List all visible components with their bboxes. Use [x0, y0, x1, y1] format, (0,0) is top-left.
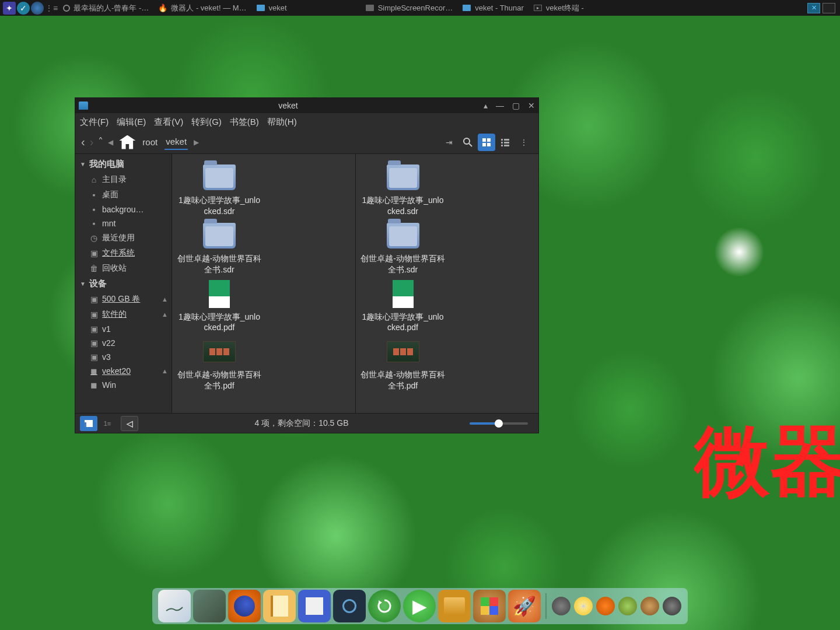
view-menu-button[interactable]: ⋮ — [515, 134, 533, 151]
tray-icon-app[interactable]: ✦ — [3, 2, 16, 15]
sidebar-item-desktop[interactable]: ▪桌面 — [75, 187, 172, 202]
taskbar-item-thunar[interactable]: veket - Thunar — [459, 2, 527, 15]
svg-marker-14 — [379, 600, 382, 605]
menu-edit[interactable]: 编辑(E) — [117, 117, 146, 128]
toolbar: ‹ › ˄ ◀ root veket ▶ ⇥ ⋮ — [75, 131, 538, 154]
right-pane[interactable]: 1趣味心理学故事_unlocked.sdr 创世卓越-动物世界百科全书.sdr … — [356, 154, 539, 413]
folder-icon: ▪ — [89, 190, 99, 200]
disk-icon: ▣ — [89, 310, 99, 319]
nav-back-button[interactable]: ‹ — [81, 135, 85, 149]
svg-rect-10 — [501, 145, 503, 146]
left-pane[interactable]: 1趣味心理学故事_unlocked.sdr 创世卓越-动物世界百科全书.sdr … — [172, 154, 356, 413]
chevron-right-icon[interactable]: ▶ — [194, 138, 199, 146]
dock-item-desktop[interactable] — [158, 590, 191, 622]
view-list-button[interactable] — [496, 134, 514, 151]
tray-icon-check[interactable]: ✓ — [17, 2, 30, 15]
window-menu-button[interactable]: ▴ — [484, 101, 488, 110]
taskbar-item-recorder[interactable]: SimpleScreenRecor… — [362, 2, 457, 15]
sidebar-section-devices[interactable]: 设备 — [75, 276, 172, 292]
taskbar-item-terminal[interactable]: ▸ veket终端 - — [530, 2, 587, 15]
file-label: 创世卓越-动物世界百科全书.sdr — [177, 253, 262, 275]
sidebar-item-v3[interactable]: ▣v3 — [75, 350, 172, 364]
sidebar-item-win[interactable]: ◼Win — [75, 378, 172, 392]
taskbar-item-browser[interactable]: 🔥 微器人 - veket! — M… — [155, 2, 250, 15]
recorder-icon — [365, 4, 374, 13]
file-item-folder[interactable]: 创世卓越-动物世界百科全书.sdr — [360, 222, 446, 275]
sidebar-item-mnt[interactable]: ▪mnt — [75, 216, 172, 230]
nav-up-button[interactable]: ˄ — [98, 135, 103, 149]
file-item-pdf[interactable]: 1趣味心理学故事_unlocked.pdf — [360, 280, 446, 334]
dock-small-4[interactable] — [663, 597, 681, 615]
maximize-button[interactable]: ▢ — [512, 101, 520, 110]
dock-small-1[interactable] — [552, 597, 570, 615]
search-button[interactable] — [459, 134, 477, 151]
sd-icon: ◼ — [89, 380, 99, 390]
tray-icon-globe[interactable] — [31, 2, 44, 15]
file-item-folder[interactable]: 1趣味心理学故事_unlocked.sdr — [360, 163, 446, 217]
menu-help[interactable]: 帮助(H) — [267, 117, 297, 128]
dock-small-2[interactable] — [618, 597, 637, 615]
dock-item-tools[interactable] — [333, 590, 366, 622]
dock-item-folder[interactable] — [438, 590, 471, 622]
sidebar-item-trash[interactable]: 🗑回收站 — [75, 261, 172, 276]
sidebar-item-volume-500gb[interactable]: ▣500 GB 卷▲ — [75, 292, 172, 307]
svg-rect-3 — [487, 138, 491, 142]
sidebar-item-recent[interactable]: ◷最近使用 — [75, 230, 172, 246]
sidebar-item-v22[interactable]: ▣v22 — [75, 336, 172, 350]
split-pane-button[interactable]: ⇥ — [440, 134, 458, 151]
menu-goto[interactable]: 转到(G) — [191, 117, 222, 128]
tray-icon-menu[interactable]: ⋮≡ — [45, 2, 58, 15]
file-item-folder[interactable]: 创世卓越-动物世界百科全书.sdr — [177, 222, 262, 275]
sidebar-item-home[interactable]: ⌂主目录 — [75, 172, 172, 187]
sidebar-item-filesystem[interactable]: ▣文件系统 — [75, 246, 172, 261]
sidebar-item-v1[interactable]: ▣v1 — [75, 322, 172, 336]
minimize-button[interactable]: — — [496, 101, 504, 110]
content-area: 1趣味心理学故事_unlocked.sdr 创世卓越-动物世界百科全书.sdr … — [172, 154, 538, 413]
breadcrumb-current[interactable]: veket — [164, 134, 188, 150]
breadcrumb-root[interactable]: root — [141, 135, 159, 149]
sidebar: 我的电脑 ⌂主目录 ▪桌面 ▪backgrou… ▪mnt ◷最近使用 ▣文件系… — [75, 154, 172, 413]
dock-item-firefox[interactable] — [228, 590, 261, 622]
close-button[interactable]: ✕ — [528, 101, 535, 110]
dock-small-brightness[interactable]: ☀ — [574, 597, 593, 615]
eject-icon[interactable]: ▲ — [162, 311, 168, 318]
dock-item-play[interactable]: ▶ — [403, 590, 436, 622]
dock-item-paint[interactable] — [298, 590, 331, 622]
menu-view[interactable]: 查看(V) — [154, 117, 183, 128]
view-icons-button[interactable] — [478, 134, 495, 151]
home-icon[interactable] — [119, 135, 135, 149]
dock-small-ff[interactable] — [596, 597, 615, 615]
sidebar-mode-places[interactable] — [80, 416, 97, 431]
dock-item-reload[interactable] — [368, 590, 401, 622]
zoom-slider[interactable] — [470, 422, 528, 425]
file-item-pdf[interactable]: 创世卓越-动物世界百科全书.pdf — [360, 338, 446, 391]
sidebar-mode-tree[interactable]: 1≡ — [99, 416, 116, 431]
window-titlebar[interactable]: veket ▴ — ▢ ✕ — [75, 98, 538, 113]
chevron-left-icon[interactable]: ◀ — [108, 138, 113, 146]
sidebar-section-computer[interactable]: 我的电脑 — [75, 156, 172, 172]
menu-bookmarks[interactable]: 书签(B) — [230, 117, 259, 128]
eject-icon[interactable]: ▲ — [162, 296, 168, 303]
dock-small-3[interactable] — [640, 597, 659, 615]
terminal-toggle-button[interactable]: ◁ — [121, 416, 138, 431]
taskbar-item-label: SimpleScreenRecor… — [378, 4, 453, 12]
sidebar-item-backgrounds[interactable]: ▪backgrou… — [75, 202, 172, 216]
sidebar-item-veket20[interactable]: ◼veket20▲ — [75, 364, 172, 378]
tray-workspace-1[interactable]: ✕ — [807, 3, 820, 13]
menubar: 文件(F) 编辑(E) 查看(V) 转到(G) 书签(B) 帮助(H) — [75, 113, 538, 131]
sidebar-item-volume-software[interactable]: ▣软件的▲ — [75, 307, 172, 322]
dock-item-rocket[interactable]: 🚀 — [508, 590, 541, 622]
tray-workspace-2[interactable] — [822, 3, 835, 13]
taskbar-item-audio[interactable]: 最幸福的人-曾春年 -… — [60, 2, 152, 15]
file-item-folder[interactable]: 1趣味心理学故事_unlocked.sdr — [177, 163, 262, 217]
dock-item-spreadsheet[interactable] — [473, 590, 506, 622]
menu-file[interactable]: 文件(F) — [80, 117, 108, 128]
eject-icon[interactable]: ▲ — [162, 368, 168, 374]
dock-item-app[interactable] — [193, 590, 226, 622]
taskbar-item-folder1[interactable]: veket — [253, 2, 290, 15]
dock-item-notepad[interactable] — [263, 590, 296, 622]
nav-forward-button[interactable]: › — [90, 135, 94, 149]
file-item-pdf[interactable]: 创世卓越-动物世界百科全书.pdf — [177, 338, 262, 391]
breadcrumb: ◀ root veket ▶ — [108, 134, 440, 150]
file-item-pdf[interactable]: 1趣味心理学故事_unlocked.pdf — [177, 280, 262, 334]
